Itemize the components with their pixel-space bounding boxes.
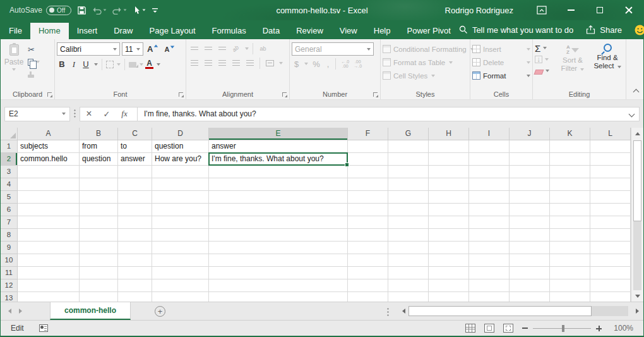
cell-H9[interactable]: [429, 242, 469, 254]
cell-H1[interactable]: [429, 140, 469, 153]
column-header-F[interactable]: F: [348, 128, 388, 140]
cell-C2[interactable]: answer: [118, 153, 152, 166]
cell-D3[interactable]: [152, 166, 209, 178]
tab-page-layout[interactable]: Page Layout: [141, 23, 204, 39]
tab-review[interactable]: Review: [288, 23, 331, 39]
cell-H13[interactable]: [429, 292, 469, 302]
number-dialog-launcher-icon[interactable]: [373, 92, 378, 97]
column-header-H[interactable]: H: [429, 128, 469, 140]
zoom-in-icon[interactable]: [596, 326, 602, 331]
cell-J1[interactable]: [510, 140, 550, 153]
cell-K1[interactable]: [550, 140, 590, 153]
cell-B13[interactable]: [80, 292, 118, 302]
align-right-button[interactable]: [216, 57, 228, 69]
cell-E8[interactable]: [209, 229, 348, 242]
cell-J2[interactable]: [510, 153, 550, 166]
row-header-1[interactable]: 1: [1, 140, 18, 153]
cell-L5[interactable]: [590, 191, 631, 204]
row-header-7[interactable]: 7: [1, 216, 18, 229]
alignment-dialog-launcher-icon[interactable]: [282, 92, 287, 97]
column-header-D[interactable]: D: [152, 128, 209, 140]
cell-H4[interactable]: [429, 178, 469, 191]
column-header-J[interactable]: J: [510, 128, 550, 140]
cell-I10[interactable]: [469, 254, 510, 267]
cell-G12[interactable]: [388, 279, 429, 292]
font-name-combo[interactable]: Calibri: [57, 42, 120, 56]
cell-A11[interactable]: [18, 267, 80, 279]
align-left-button[interactable]: [188, 57, 200, 69]
cell-E11[interactable]: [209, 267, 348, 279]
cell-L3[interactable]: [590, 166, 631, 178]
font-size-combo[interactable]: 11: [122, 42, 143, 56]
cell-F5[interactable]: [348, 191, 388, 204]
cell-C13[interactable]: [118, 292, 152, 302]
cell-I2[interactable]: [469, 153, 510, 166]
undo-button[interactable]: [92, 6, 107, 15]
cell-D9[interactable]: [152, 242, 209, 254]
cell-I9[interactable]: [469, 242, 510, 254]
new-sheet-button[interactable]: +: [155, 306, 165, 317]
decrease-decimal-icon[interactable]: .00→.0: [352, 59, 363, 68]
cell-K4[interactable]: [550, 178, 590, 191]
cell-B11[interactable]: [80, 267, 118, 279]
cell-J12[interactable]: [510, 279, 550, 292]
tab-home[interactable]: Home: [30, 23, 69, 39]
scroll-right-icon[interactable]: [632, 305, 642, 317]
row-header-6[interactable]: 6: [1, 204, 18, 216]
cell-B1[interactable]: from: [80, 140, 118, 153]
cell-F9[interactable]: [348, 242, 388, 254]
cell-A3[interactable]: [18, 166, 80, 178]
tab-file[interactable]: File: [1, 23, 30, 39]
user-name[interactable]: Rodrigo Rodriguez: [445, 6, 513, 15]
cell-E10[interactable]: [209, 254, 348, 267]
cell-C12[interactable]: [118, 279, 152, 292]
cell-G11[interactable]: [388, 267, 429, 279]
format-painter-button[interactable]: [28, 70, 40, 79]
cell-L9[interactable]: [590, 242, 631, 254]
clear-button[interactable]: [535, 66, 554, 75]
percent-style-button[interactable]: %: [310, 59, 323, 69]
cell-G4[interactable]: [388, 178, 429, 191]
cell-H6[interactable]: [429, 204, 469, 216]
tab-power-pivot[interactable]: Power Pivot: [399, 23, 459, 39]
cell-H12[interactable]: [429, 279, 469, 292]
find-select-button[interactable]: Find & Select: [592, 42, 623, 89]
customize-quick-access-button[interactable]: [152, 7, 158, 14]
touch-mouse-mode-button[interactable]: [133, 6, 146, 15]
zoom-slider[interactable]: [533, 328, 591, 329]
tell-me-box[interactable]: Tell me what you want to do: [459, 25, 573, 35]
cell-G8[interactable]: [388, 229, 429, 242]
cell-H3[interactable]: [429, 166, 469, 178]
format-cells-button[interactable]: Format: [472, 69, 530, 82]
cell-J9[interactable]: [510, 242, 550, 254]
tab-data[interactable]: Data: [254, 23, 288, 39]
cell-B9[interactable]: [80, 242, 118, 254]
cell-A6[interactable]: [18, 204, 80, 216]
cell-A4[interactable]: [18, 178, 80, 191]
cell-G13[interactable]: [388, 292, 429, 302]
decrease-indent-button[interactable]: [230, 57, 242, 69]
cell-K8[interactable]: [550, 229, 590, 242]
cell-A10[interactable]: [18, 254, 80, 267]
number-format-combo[interactable]: General: [292, 42, 374, 56]
cell-J8[interactable]: [510, 229, 550, 242]
cell-E5[interactable]: [209, 191, 348, 204]
cell-K2[interactable]: [550, 153, 590, 166]
cell-D4[interactable]: [152, 178, 209, 191]
sheet-nav-left-icon[interactable]: [1, 309, 19, 314]
bottom-align-button[interactable]: [216, 42, 228, 54]
cell-E7[interactable]: [209, 216, 348, 229]
cell-H5[interactable]: [429, 191, 469, 204]
insert-function-button[interactable]: fx: [116, 109, 133, 119]
cell-F2[interactable]: [348, 153, 388, 166]
underline-dropdown-icon[interactable]: [94, 63, 98, 66]
tab-view[interactable]: View: [331, 23, 366, 39]
cell-L7[interactable]: [590, 216, 631, 229]
cell-I11[interactable]: [469, 267, 510, 279]
cell-E13[interactable]: [209, 292, 348, 302]
cell-G7[interactable]: [388, 216, 429, 229]
align-center-button[interactable]: [202, 57, 214, 69]
cell-B7[interactable]: [80, 216, 118, 229]
cell-E4[interactable]: [209, 178, 348, 191]
save-button[interactable]: [77, 6, 86, 15]
